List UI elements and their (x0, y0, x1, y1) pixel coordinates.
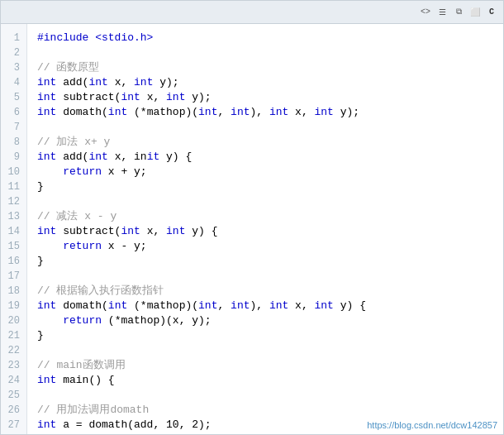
token-plain: x - y; (102, 240, 147, 252)
token-kw: int (37, 76, 56, 88)
line-number: 17 (1, 269, 26, 284)
token-kw: int (198, 106, 217, 118)
token-plain: , a); (192, 433, 224, 434)
watermark: https://blog.csdn.net/dcw142857 (367, 420, 497, 430)
token-pp: #include <stdio.h> (37, 31, 153, 44)
expand-icon[interactable]: ⬜ (468, 6, 482, 19)
line-number: 27 (1, 418, 26, 433)
code-line: // 减法 x - y (37, 209, 493, 224)
token-kw: int (315, 106, 334, 118)
token-plain: y) { (185, 225, 217, 237)
token-plain (37, 165, 63, 178)
code-line: return x + y; (37, 165, 493, 179)
token-plain: x, (108, 76, 134, 88)
token-plain (37, 314, 63, 327)
token-plain: x, (288, 299, 314, 312)
code-icon[interactable]: <> (419, 6, 432, 19)
code-line: } (37, 179, 493, 194)
copy-icon[interactable]: ⧉ (452, 6, 465, 19)
token-plain: y) { (159, 151, 192, 163)
line-number: 1 (1, 31, 26, 45)
token-kw: int (166, 91, 185, 103)
code-window: <> ☰ ⧉ ⬜ C 12345678910111213141516171819… (0, 0, 504, 435)
code-line (37, 194, 493, 209)
code-line: int domath(int (*mathop)(int, int), int … (37, 299, 493, 313)
line-number: 11 (1, 179, 26, 194)
code-area: 1234567891011121314151617181920212223242… (1, 24, 503, 434)
line-number: 7 (1, 120, 26, 135)
line-number: 2 (1, 45, 26, 60)
line-number: 10 (1, 165, 26, 179)
token-plain: add( (56, 76, 88, 88)
token-plain: ), (250, 106, 269, 118)
token-kw: int (37, 106, 56, 118)
line-number: 25 (1, 388, 26, 403)
token-kw: int (269, 106, 288, 118)
token-plain: a = domath(add, 10, 2); (56, 418, 211, 431)
code-content[interactable]: #include <stdio.h> // 函数原型int add(int x,… (27, 24, 503, 434)
token-plain: x, (140, 91, 166, 103)
code-line (37, 120, 493, 135)
code-line: // 函数原型 (37, 60, 493, 75)
token-plain: } (37, 329, 44, 342)
code-line: return (*mathop)(x, y); (37, 313, 493, 328)
token-plain: x, (140, 225, 166, 237)
token-plain: y) { (334, 299, 366, 312)
token-kw: return (63, 165, 102, 178)
line-number: 13 (1, 209, 26, 224)
line-number: 8 (1, 135, 26, 150)
titlebar: <> ☰ ⧉ ⬜ C (1, 1, 503, 24)
token-kw: int (37, 374, 56, 386)
code-line: int main() { (37, 373, 493, 388)
token-plain: subtract( (56, 225, 121, 237)
token-plain: printf( (37, 433, 83, 434)
token-kw: int (315, 299, 334, 312)
token-plain (37, 240, 63, 252)
token-kw: it (147, 151, 160, 163)
code-line: } (37, 328, 493, 343)
token-plain: subtract( (56, 91, 121, 103)
line-number: 22 (1, 343, 26, 358)
token-plain: (*mathop)( (127, 106, 198, 118)
token-cm: // 函数原型 (37, 61, 99, 74)
token-kw: return (63, 240, 102, 252)
line-number: 16 (1, 254, 26, 269)
token-kw: int (88, 76, 107, 88)
token-plain: x, (288, 106, 314, 118)
token-kw: int (88, 151, 107, 163)
code-line: // main函数调用 (37, 358, 493, 373)
code-line (37, 45, 493, 60)
line-number: 15 (1, 239, 26, 254)
line-numbers: 1234567891011121314151617181920212223242… (1, 24, 27, 434)
token-kw: int (121, 91, 140, 103)
token-cm: // main函数调用 (37, 359, 126, 371)
line-number: 4 (1, 75, 26, 90)
token-plain: ), (250, 299, 269, 312)
token-plain: } (37, 180, 44, 193)
code-line: return x - y; (37, 239, 493, 254)
code-line: } (37, 254, 493, 269)
token-plain: domath( (56, 106, 107, 118)
line-number: 3 (1, 60, 26, 75)
line-number: 9 (1, 150, 26, 165)
token-kw: int (121, 225, 140, 237)
line-number: 12 (1, 194, 26, 209)
code-line: int subtract(int x, int y) { (37, 224, 493, 239)
code-line: // 根据输入执行函数指针 (37, 284, 493, 299)
code-line: printf("Add gives: %d\n", a); (37, 433, 493, 434)
code-line (37, 388, 493, 403)
token-plain: , (217, 299, 231, 312)
code-line (37, 269, 493, 284)
line-number: 26 (1, 403, 26, 418)
line-number: 19 (1, 299, 26, 313)
token-kw: int (198, 299, 217, 312)
list-icon[interactable]: ☰ (435, 6, 449, 19)
token-plain: (*mathop)( (127, 299, 198, 312)
token-kw: int (37, 418, 56, 431)
line-number: 21 (1, 328, 26, 343)
token-plain: domath( (56, 299, 107, 312)
token-plain: y); (334, 106, 359, 118)
token-kw: int (231, 299, 250, 312)
line-number: 20 (1, 313, 26, 328)
token-cm: // 根据输入执行函数指针 (37, 284, 164, 297)
